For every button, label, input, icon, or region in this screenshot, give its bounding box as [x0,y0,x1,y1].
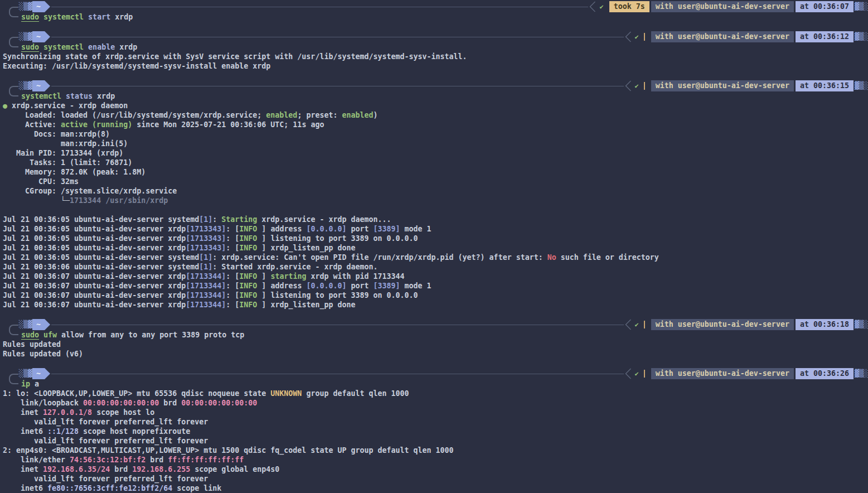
text-token: Starting [221,215,257,224]
terminal-line: CPU: 32ms [0,177,868,186]
text-token: xrdp [110,13,133,21]
terminal-line: Loaded: loaded (/usr/lib/systemd/system/… [0,110,868,120]
text-token: ::1/128 [47,427,79,436]
terminal-line: Jul 21 00:36:06 ubuntu-ai-dev-server sys… [0,262,868,272]
terminal-line: 2: enp4s0: <BROADCAST,MULTICAST,UP,LOWER… [0,446,868,455]
dir-arrow-icon [45,319,50,330]
status-check-icon: ✔ [635,319,639,330]
command-block: ░▒▓~✔with user@ubuntu-ai-dev-serverat 00… [0,31,868,71]
text-token: : [ [226,282,239,290]
text-token: xrdp.service - xrdp daemon [12,102,128,110]
text-token: 192.168.6.255 [132,465,190,473]
text-token: mode 1 [400,225,431,233]
dither-right-icon: ▓▒░ [855,31,868,42]
text-token: 00:00:00:00:00:00 [83,399,159,407]
text-token: scope host noprefixroute [79,427,190,436]
text-token: INFO [239,244,257,252]
text-token: inet [3,408,43,417]
text-token: Tasks: 1 (limit: 76871) [3,158,132,167]
text-token: INFO [239,225,257,233]
command-block: ░▒▓~✔with user@ubuntu-ai-dev-serverat 00… [0,319,868,359]
text-token: systemctl [43,13,84,21]
terminal-line: link/ether 74:56:3c:12:bf:f2 brd ff:ff:f… [0,455,868,465]
arrow-left-icon [625,31,631,42]
status-check-icon: ✔ [635,80,639,91]
text-token: Synchronizing state of xrdp.service with… [3,52,467,61]
text-token: INFO [239,234,257,243]
terminal-line: Jul 21 00:36:05 ubuntu-ai-dev-server xrd… [0,224,868,234]
text-token: CGroup: /system.slice/xrdp.service [3,187,177,195]
dither-left-icon: ░▒▓ [19,80,32,91]
time-badge: at 00:36:26 [796,368,854,379]
dither-left-icon: ░▒▓ [19,1,32,12]
terminal-line: Jul 21 00:36:07 ubuntu-ai-dev-server xrd… [0,272,868,281]
command-line: sudo systemctl start xrdp [0,12,868,22]
text-token: : [ [226,291,239,299]
dir-segment: ~ [32,31,45,42]
terminal-line: valid_lft forever preferred_lft forever [0,417,868,427]
command-line: ip a [0,379,868,389]
text-token: ip [21,380,30,388]
terminal-line: Main PID: 1713344 (xrdp) [0,148,868,158]
text-token: Jul 21 00:36:05 ubuntu-ai-dev-server xrd… [3,244,186,252]
dir-segment: ~ [32,368,45,379]
text-token: : Started xrdp.service - xrdp daemon. [212,263,377,271]
text-token: [1713344] [186,272,226,281]
text-token: Main PID: 1713344 (xrdp) [3,149,123,157]
text-token: systemctl [43,43,84,51]
arrow-left-icon [625,368,631,379]
context-badge: with user@ubuntu-ai-dev-server [651,31,794,42]
terminal-line: Executing: /usr/lib/systemd/systemd-sysv… [0,61,868,71]
segment-bar-icon [644,82,645,90]
text-token: valid_lft forever preferred_lft forever [3,475,208,483]
terminal-line: Jul 21 00:36:07 ubuntu-ai-dev-server xrd… [0,281,868,291]
terminal-line: Synchronizing state of xrdp.service with… [0,52,868,61]
text-token: ] listening to port 3389 on 0.0.0.0 [257,291,418,299]
text-token: INFO [239,282,257,290]
dir-arrow-icon [45,1,50,12]
text-token: [1713344] [186,282,226,290]
terminal[interactable]: ░▒▓~✔took 7swith user@ubuntu-ai-dev-serv… [0,0,868,493]
terminal-line: Jul 21 00:36:07 ubuntu-ai-dev-server xrd… [0,291,868,300]
connector-line [51,37,623,37]
text-token: systemctl [21,92,61,100]
text-token: [3389] [374,225,400,233]
text-token: port [346,282,373,290]
text-token: Rules updated (v6) [3,350,83,358]
text-token: link/loopback [3,399,83,407]
prompt-frame [9,86,18,96]
text-token: Jul 21 00:36:06 ubuntu-ai-dev-server sys… [3,263,199,271]
text-token: scope link [172,484,221,492]
text-token: No [547,253,556,262]
exec-time-badge: took 7s [609,1,649,12]
context-badge: with user@ubuntu-ai-dev-server [651,1,794,12]
status-check-icon: ✔ [599,1,603,12]
text-token: inet6 [3,427,47,436]
command-block: ░▒▓~✔with user@ubuntu-ai-dev-serverat 00… [0,368,868,493]
connector-line [51,7,588,7]
text-token: enable [84,43,115,51]
text-token: Jul 21 00:36:07 ubuntu-ai-dev-server xrd… [3,291,186,299]
text-token: Active: [3,120,61,129]
prompt-header: ░▒▓~✔with user@ubuntu-ai-dev-serverat 00… [0,31,868,42]
text-token: Jul 21 00:36:07 ubuntu-ai-dev-server xrd… [3,282,186,290]
text-token: [1713343] [186,244,226,252]
text-token: ] listening to port 3389 on 0.0.0.0 [257,234,418,243]
text-token: scope global enp4s0 [190,465,279,473]
text-token: ] xrdp_listen_pp done [257,301,355,309]
prompt-frame [9,374,18,384]
text-token: inet [3,465,43,473]
arrow-left-icon [589,1,595,12]
text-token: sudo [21,13,39,21]
text-token: allow from any to any port 3389 proto tc… [57,331,244,339]
text-token: 1: lo: <LOOPBACK,UP,LOWER_UP> mtu 65536 … [3,389,270,398]
text-token: valid_lft forever preferred_lft forever [3,437,208,445]
terminal-line: inet 127.0.0.1/8 scope host lo [0,408,868,417]
prompt-frame [9,37,18,47]
time-badge: at 00:36:18 [796,319,854,330]
terminal-line [0,205,868,215]
dir-arrow-icon [45,31,50,42]
arrow-left-icon [625,319,631,330]
text-token: brd [159,399,181,407]
text-token: ● [3,102,12,110]
